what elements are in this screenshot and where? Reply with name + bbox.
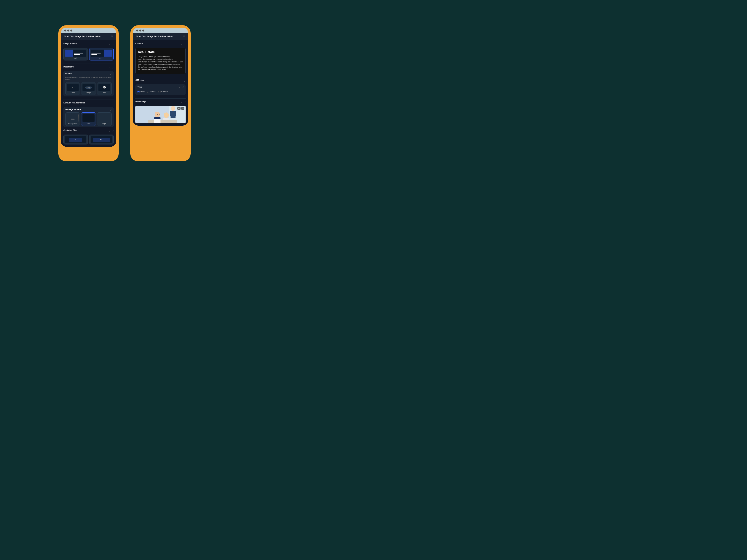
container-xl-text: XL <box>75 139 76 140</box>
main-image-refresh-icon[interactable]: ↺ <box>184 101 186 104</box>
bg-dark-label: Dark <box>86 123 90 125</box>
xl-arrow-left-icon: ← <box>73 139 74 140</box>
dot-r3 <box>143 30 144 31</box>
content-dots-icon[interactable]: ··· <box>181 43 182 46</box>
decorators-actions: ··· ↺ <box>108 66 113 69</box>
cta-type-refresh-icon[interactable]: ↺ <box>182 86 184 89</box>
image-position-dots-icon[interactable]: ··· <box>108 43 110 46</box>
image-position-right-label: Right <box>99 57 103 59</box>
image-crop-button[interactable]: ⊡ <box>177 107 181 110</box>
bg-dark-card[interactable]: Dark <box>81 112 96 126</box>
svg-point-2 <box>171 106 175 111</box>
svg-point-11 <box>164 112 169 118</box>
dot-3 <box>71 30 72 31</box>
bg-light-card[interactable]: Light <box>97 112 112 126</box>
decorators-refresh-icon[interactable]: ↺ <box>112 66 113 69</box>
close-button-right[interactable]: ✕ <box>183 35 185 38</box>
text-lines-left <box>73 50 86 57</box>
2xl-arrow-right-icon: → <box>103 139 105 140</box>
decorators-title: Decorators <box>63 66 74 68</box>
cta-link-actions: ··· ↺ <box>181 80 186 82</box>
bg-dark-preview <box>82 114 94 122</box>
image-position-left-card[interactable]: Left <box>63 48 88 60</box>
svg-rect-4 <box>170 111 172 116</box>
hintergrundfarbe-dots-icon[interactable]: ··· <box>107 108 108 111</box>
decorator-none-label: None <box>71 92 75 94</box>
cta-link-section: CTA Link ··· ↺ Type ··· ↺ <box>135 77 186 95</box>
container-size-actions: ··· ↺ <box>108 130 113 133</box>
modal-body-right: Content ··· ↺ Real Estate Der gesamte Le… <box>133 40 188 126</box>
img-block-right <box>104 50 112 57</box>
image-position-refresh-icon[interactable]: ↺ <box>112 43 113 46</box>
cta-type-dots-icon[interactable]: ··· <box>179 86 181 89</box>
layout-title: Layout des Abschnittes <box>63 102 85 104</box>
bg-transparent-label: Transparent <box>68 123 77 125</box>
cta-radio-group: None Internal External <box>137 90 184 94</box>
modal-title-right: Block Text Image Section bearbeiten <box>136 35 173 37</box>
decorator-icon-card[interactable]: 💬 Icon <box>97 82 112 95</box>
decorators-section: Decorators ··· ↺ Option ··· ↺ <box>63 63 113 97</box>
option-dots-icon[interactable]: ··· <box>107 73 108 75</box>
close-button-left[interactable]: ✕ <box>111 35 113 38</box>
bg-dark-lines <box>86 117 91 119</box>
hintergrundfarbe-refresh-icon[interactable]: ↺ <box>110 108 112 111</box>
radio-internal[interactable]: Internal <box>147 90 156 93</box>
image-position-right-card[interactable]: Right <box>89 48 113 60</box>
cta-dots-icon[interactable]: ··· <box>181 80 182 82</box>
device-header-right <box>133 28 188 33</box>
decorator-options: ✕ None Badge Badge <box>66 82 112 95</box>
text-line-2 <box>74 53 83 53</box>
container-size-refresh-icon[interactable]: ↺ <box>112 130 113 133</box>
xl-arrow-right-icon: → <box>77 139 78 140</box>
main-image-dots-icon[interactable]: ··· <box>181 101 182 104</box>
left-device: Block Text Image Section bearbeiten ✕ Im… <box>58 25 119 161</box>
main-image-title: Main Image <box>135 101 146 103</box>
hintergrundfarbe-title: Hintergrundfarbe <box>66 108 81 111</box>
option-refresh-icon[interactable]: ↺ <box>110 73 112 75</box>
image-position-options: Left Righ <box>63 48 113 60</box>
bg-transparent-card[interactable]: Transparent <box>66 112 80 126</box>
radio-internal-label: Internal <box>150 91 156 93</box>
decorator-badge-preview: Badge <box>82 84 94 91</box>
2xl-arrow-left-icon: ← <box>98 139 100 140</box>
main-image-actions: ··· ↺ <box>181 101 186 104</box>
content-text-area[interactable]: Real Estate Der gesamte Lebenszyklus der… <box>135 48 186 74</box>
badge-pill: Badge <box>85 86 92 89</box>
radio-none[interactable]: None <box>137 90 145 93</box>
container-xl-preview: ← XL → <box>65 136 86 143</box>
radio-none-label: None <box>140 91 145 93</box>
text-line-r2 <box>92 53 101 53</box>
cta-type-title: Type <box>137 86 142 88</box>
text-line-1 <box>74 52 83 52</box>
radio-external-circle <box>158 90 161 93</box>
container-xl-card[interactable]: ← XL → <box>63 135 88 144</box>
container-size-dots-icon[interactable]: ··· <box>108 130 110 133</box>
bg-light-preview <box>98 114 110 122</box>
content-heading: Real Estate <box>138 50 183 54</box>
right-modal: Block Text Image Section bearbeiten ✕ Co… <box>133 33 188 126</box>
decorators-dots-icon[interactable]: ··· <box>108 66 110 69</box>
radio-external[interactable]: External <box>158 90 168 93</box>
main-image-preview[interactable]: ⊡ ··· <box>135 106 186 123</box>
image-position-section: Image Position ··· ↺ <box>63 43 113 60</box>
content-section: Content ··· ↺ Real Estate Der gesamte Le… <box>135 43 186 74</box>
image-more-button[interactable]: ··· <box>181 107 184 110</box>
option-subsection-actions: ··· ↺ <box>107 73 112 75</box>
container-2xl-text: 2XL <box>100 139 103 140</box>
decorator-icon-label: Icon <box>103 92 106 94</box>
decorator-none-card[interactable]: ✕ None <box>66 82 80 95</box>
option-subsection-desc: Choose whether to display a normal Badge… <box>66 76 112 81</box>
decorator-badge-card[interactable]: Badge Badge <box>81 82 96 95</box>
dot-2 <box>67 30 69 31</box>
decorator-badge-label: Badge <box>86 92 91 94</box>
option-subsection-title: Option <box>66 73 72 75</box>
hintergrundfarbe-actions: ··· ↺ <box>107 108 112 111</box>
text-lines-right <box>91 50 104 57</box>
device-header-left <box>61 28 116 33</box>
text-line-r3 <box>92 54 97 55</box>
cta-refresh-icon[interactable]: ↺ <box>184 80 186 82</box>
container-2xl-card[interactable]: ← 2XL → <box>89 135 113 144</box>
content-refresh-icon[interactable]: ↺ <box>184 43 186 46</box>
svg-rect-5 <box>174 111 176 116</box>
image-position-title: Image Position <box>63 43 77 45</box>
